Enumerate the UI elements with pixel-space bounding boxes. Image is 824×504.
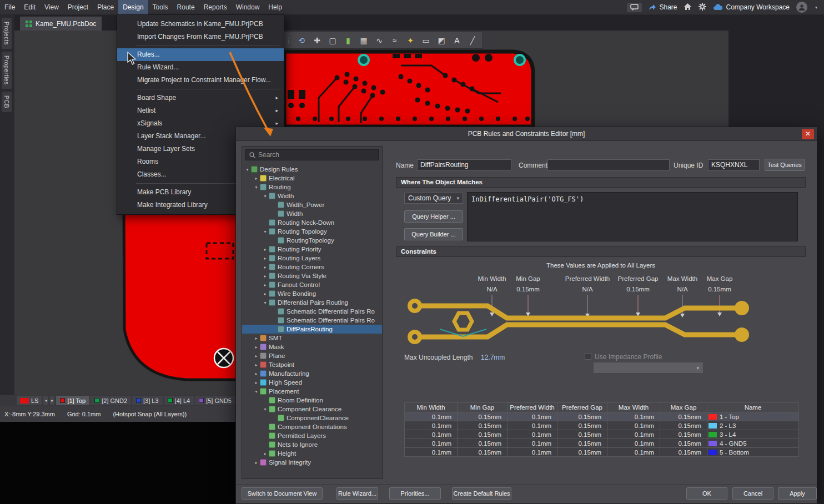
menu-window[interactable]: Window xyxy=(232,0,264,15)
settings-button[interactable] xyxy=(699,3,706,12)
layer-scroll-right[interactable]: ▸ xyxy=(50,396,54,405)
design-menu-item-rule-wizard[interactable]: Rule Wizard... xyxy=(117,61,284,74)
tree-node[interactable]: ▸SMT xyxy=(242,334,382,342)
tree-expand-icon[interactable]: ▸ xyxy=(253,371,259,376)
layer-name-cell[interactable]: 1 - Top xyxy=(707,412,799,421)
query-builder-button[interactable]: Query Builder ... xyxy=(404,228,463,240)
table-cell[interactable]: 0.15mm xyxy=(458,421,508,430)
tree-node[interactable]: ▸Manufacturing xyxy=(242,369,382,378)
menu-help[interactable]: Help xyxy=(264,0,287,15)
tree-node[interactable]: ▸Height xyxy=(242,449,382,458)
tree-node[interactable]: Room Definition xyxy=(242,396,382,405)
table-cell[interactable]: 0.15mm xyxy=(458,439,508,448)
rule-name-input[interactable] xyxy=(417,159,511,170)
unique-id-input[interactable] xyxy=(708,159,760,170)
design-menu-item-rules[interactable]: Rules... xyxy=(117,48,284,61)
table-cell[interactable]: 0.1mm xyxy=(508,412,557,421)
table-cell[interactable]: 0.15mm xyxy=(557,439,607,448)
table-cell[interactable]: 0.15mm xyxy=(557,421,607,430)
table-cell[interactable]: 0.1mm xyxy=(508,421,557,430)
apply-button[interactable]: Apply xyxy=(778,487,817,500)
tree-node[interactable]: ▸Routing Layers xyxy=(242,254,382,263)
table-cell[interactable]: 0.1mm xyxy=(607,421,660,430)
tree-node[interactable]: Width_Power xyxy=(242,200,382,209)
constraint-column-value[interactable]: 0.15mm xyxy=(516,286,540,293)
side-tab-pcb[interactable]: PCB xyxy=(2,92,12,112)
tree-node[interactable]: ▸Routing Via Style xyxy=(242,271,382,280)
tree-node[interactable]: ▸Testpoint xyxy=(242,360,382,369)
tree-node[interactable]: ▸Routing Priority xyxy=(242,245,382,254)
table-cell[interactable]: 0.15mm xyxy=(660,421,707,430)
tree-expand-icon[interactable]: ▸ xyxy=(262,451,268,456)
tree-expand-icon[interactable]: ▾ xyxy=(262,229,268,234)
tree-node[interactable]: ▾Routing xyxy=(242,183,382,191)
table-cell[interactable]: 0.1mm xyxy=(405,439,458,448)
table-cell[interactable]: 0.1mm xyxy=(607,448,660,457)
tree-expand-icon[interactable]: ▸ xyxy=(253,345,259,350)
tree-expand-icon[interactable]: ▸ xyxy=(262,265,268,270)
table-cell[interactable]: 0.15mm xyxy=(660,412,707,421)
rules-search[interactable] xyxy=(245,149,379,160)
tree-expand-icon[interactable]: ▸ xyxy=(253,460,259,465)
test-queries-button[interactable]: Test Queries xyxy=(765,159,805,171)
design-menu-item-board-shape[interactable]: Board Shape▸ xyxy=(117,92,284,104)
tree-expand-icon[interactable]: ▸ xyxy=(253,354,259,359)
table-cell[interactable]: 0.15mm xyxy=(458,412,508,421)
max-uncoupled-value[interactable]: 12.7mm xyxy=(481,354,505,361)
table-cell[interactable]: 0.1mm xyxy=(405,412,458,421)
menu-reports[interactable]: Reports xyxy=(199,0,232,15)
priorities-button[interactable]: Priorities... xyxy=(389,487,441,500)
tree-node[interactable]: RoutingTopology xyxy=(242,236,382,245)
layer-tab--3-l3[interactable]: [3] L3 xyxy=(132,396,163,405)
menu-edit[interactable]: Edit xyxy=(19,0,40,15)
design-menu-item-netlist[interactable]: Netlist▸ xyxy=(117,104,284,117)
tune-route-icon[interactable]: ≈ xyxy=(388,33,402,47)
tree-node[interactable]: ▸High Speed xyxy=(242,378,382,387)
design-menu-item-import-changes-from-kame-fmu-prjpcb[interactable]: Import Changes From Kame_FMU.PrjPCB xyxy=(117,31,284,43)
table-row[interactable]: 0.1mm0.15mm0.1mm0.15mm0.1mm0.15mm2 - L3 xyxy=(405,421,799,430)
tree-node[interactable]: ▾Width xyxy=(242,191,382,200)
dialog-close-button[interactable]: ✕ xyxy=(802,129,814,139)
tree-expand-icon[interactable]: ▸ xyxy=(262,283,268,288)
table-cell[interactable]: 0.1mm xyxy=(607,439,660,448)
menu-place[interactable]: Place xyxy=(93,0,118,15)
image-icon[interactable]: ▭ xyxy=(419,33,433,47)
menu-view[interactable]: View xyxy=(40,0,63,15)
tree-expand-icon[interactable]: ▾ xyxy=(262,407,268,412)
tree-node[interactable]: ▸Signal Integrity xyxy=(242,458,382,467)
cancel-button[interactable]: Cancel xyxy=(732,487,773,500)
tree-node[interactable]: Width xyxy=(242,209,382,218)
table-row[interactable]: 0.1mm0.15mm0.1mm0.15mm0.1mm0.15mm1 - Top xyxy=(405,412,799,421)
bar-chart-icon[interactable]: ▮ xyxy=(341,33,355,47)
design-menu-item-migrate-project-to-constraint-manager-flow[interactable]: Migrate Project to Constraint Manager Fl… xyxy=(117,74,284,87)
layer-tab--5-gnd5[interactable]: [5] GND5 xyxy=(195,396,235,405)
layer-tab--1-top[interactable]: [1] Top xyxy=(56,396,89,405)
table-cell[interactable]: 0.15mm xyxy=(458,430,508,439)
undo-icon[interactable]: ⟲ xyxy=(294,33,309,47)
text-icon[interactable]: A xyxy=(450,33,464,47)
table-row[interactable]: 0.1mm0.15mm0.1mm0.15mm0.1mm0.15mm4 - GND… xyxy=(405,439,799,448)
table-cell[interactable]: 0.1mm xyxy=(607,412,660,421)
table-cell[interactable]: 0.15mm xyxy=(557,412,607,421)
tree-expand-icon[interactable]: ▸ xyxy=(262,291,268,296)
ok-button[interactable]: OK xyxy=(686,487,727,500)
tree-node[interactable]: ▸Fanout Control xyxy=(242,280,382,289)
tree-expand-icon[interactable]: ▾ xyxy=(244,167,250,172)
table-cell[interactable]: 0.1mm xyxy=(508,430,557,439)
grid-icon[interactable]: ▦ xyxy=(356,33,371,47)
tree-node[interactable]: ComponentClearance xyxy=(242,414,382,422)
tree-expand-icon[interactable]: ▾ xyxy=(253,389,259,394)
constraint-column-value[interactable]: N/A xyxy=(486,286,497,293)
add-icon[interactable]: ✚ xyxy=(310,33,324,47)
menu-route[interactable]: Route xyxy=(173,0,199,15)
workspace-button[interactable]: Company Workspace xyxy=(713,3,790,11)
route-icon[interactable]: ∿ xyxy=(372,33,386,47)
home-button[interactable] xyxy=(684,3,692,12)
tree-node[interactable]: ▸Routing Corners xyxy=(242,263,382,271)
query-scope-select[interactable]: Custom Query ▾ xyxy=(404,193,463,204)
line-icon[interactable]: ╱ xyxy=(465,33,480,47)
query-helper-button[interactable]: Query Helper ... xyxy=(404,210,463,223)
tree-node[interactable]: Nets to Ignore xyxy=(242,440,382,449)
design-menu-item-update-schematics-in-kame-fmu-prjpcb[interactable]: Update Schematics in Kame_FMU.PrjPCB xyxy=(117,18,284,31)
layer-name-cell[interactable]: 4 - GND5 xyxy=(707,439,799,448)
